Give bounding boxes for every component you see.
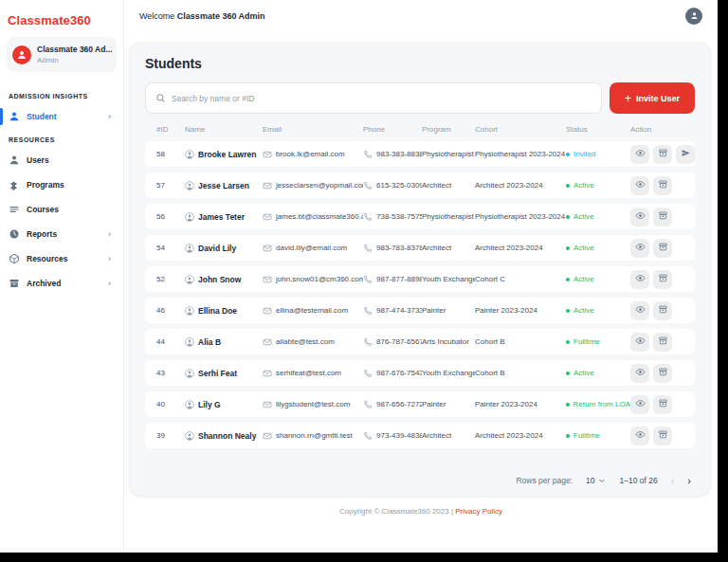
cell-program: Architect [422, 244, 475, 252]
mail-icon [263, 306, 272, 316]
view-button[interactable] [630, 176, 649, 195]
cell-program: Painter [422, 306, 475, 315]
cell-cohort: Physiotherapist 2023-2024 [475, 212, 566, 221]
cell-id: 58 [156, 150, 185, 158]
cell-email: serhifeat@test.com [263, 369, 363, 378]
view-button[interactable] [630, 395, 649, 414]
privacy-policy-link[interactable]: Privacy Policy [455, 507, 502, 516]
table-row: 43Serhi Featserhifeat@test.com987-676-75… [145, 360, 695, 386]
sidebar-item-programs[interactable]: Programs [0, 172, 123, 197]
cell-phone: 983-783-8378 [363, 244, 422, 253]
mail-icon [263, 337, 272, 347]
cell-name: Jesse Larsen [185, 181, 263, 190]
sidebar-item-courses[interactable]: Courses [0, 197, 123, 222]
archive-button[interactable] [653, 176, 672, 195]
view-button[interactable] [630, 239, 649, 258]
cell-phone: 876-787-6567 [363, 337, 422, 347]
column-header-phone: Phone [363, 125, 422, 134]
archive-button[interactable] [653, 364, 672, 383]
status-badge: Return from LOA [566, 400, 630, 408]
status-badge: Active [566, 275, 630, 283]
copyright-text: Copyright © Classmate360 2023 | [339, 507, 455, 516]
archive-icon [658, 428, 668, 443]
phone-icon [363, 275, 373, 284]
cell-name: John Snow [185, 275, 263, 284]
eye-icon [635, 272, 646, 286]
search-input[interactable] [172, 94, 592, 103]
sidebar-item-reports[interactable]: Reports› [0, 222, 123, 246]
student-icon [9, 111, 20, 122]
profile-card[interactable]: Classmate 360 Ad... Admin [7, 37, 117, 72]
cell-name: Brooke Lawren [185, 150, 263, 159]
cell-cohort: Architect 2023-2024 [475, 431, 566, 440]
status-badge: Fulltime [566, 337, 630, 346]
brand-logo: Classmate360 [0, 9, 123, 37]
invite-user-button[interactable]: + Invite User [610, 82, 695, 114]
avatar-circle-icon [185, 337, 194, 347]
chevron-right-icon: › [108, 112, 115, 121]
account-avatar-icon[interactable] [685, 8, 702, 25]
mail-icon [263, 244, 272, 253]
chevron-right-icon: › [108, 279, 115, 288]
archive-button[interactable] [653, 208, 672, 227]
view-button[interactable] [630, 145, 649, 164]
sidebar-item-student[interactable]: Student› [0, 104, 123, 129]
view-button[interactable] [630, 301, 649, 320]
view-button[interactable] [630, 364, 649, 383]
sidebar-item-label: Reports [27, 229, 101, 239]
profile-avatar-icon [12, 45, 31, 64]
cell-actions [630, 176, 691, 195]
cell-email: aliabte@test.com [263, 337, 363, 347]
eye-icon [635, 147, 646, 161]
view-button[interactable] [630, 270, 649, 289]
view-button[interactable] [630, 333, 649, 352]
status-dot-icon [566, 403, 570, 407]
view-button[interactable] [630, 426, 649, 445]
archive-button[interactable] [653, 301, 672, 320]
main-area: Welcome Classmate 360 Admin Students + I… [124, 0, 718, 553]
cell-program: Architect [422, 431, 475, 440]
archive-button[interactable] [653, 395, 672, 414]
avatar-circle-icon [185, 369, 194, 378]
sidebar-item-label: Student [27, 112, 101, 121]
archive-button[interactable] [653, 426, 672, 445]
pagination: Rows per page: 10 1–10 of 26 ‹ › [145, 467, 695, 486]
status-dot-icon [566, 215, 570, 219]
rows-per-page-select[interactable]: 10 [586, 476, 606, 485]
cell-email: ellina@testemail.com [263, 306, 363, 316]
view-button[interactable] [630, 208, 649, 227]
sidebar-item-users[interactable]: Users [0, 148, 123, 172]
status-dot-icon [566, 246, 570, 250]
phone-icon [363, 337, 373, 347]
table-row: 46Ellina Doeellina@testemail.com987-474-… [145, 298, 695, 323]
archive-button[interactable] [653, 270, 672, 289]
avatar-circle-icon [185, 181, 194, 190]
previous-page-button[interactable]: ‹ [671, 475, 675, 486]
table-row: 44Alia Baliabte@test.com876-787-6567Arts… [145, 329, 695, 354]
sidebar-item-resources[interactable]: Resources› [0, 246, 123, 271]
resend-invite-button[interactable] [676, 145, 695, 164]
table-row: 39Shannon Nealyshannon.rn@gmtti.test973-… [145, 423, 695, 448]
profile-role: Admin [37, 56, 113, 64]
cell-phone: 987-656-7272 [363, 400, 422, 409]
cell-actions [630, 426, 691, 445]
column-header-program: Program [422, 125, 475, 134]
sidebar-item-label: Resources [27, 254, 101, 263]
mail-icon [263, 369, 272, 378]
archive-button[interactable] [653, 145, 672, 164]
cell-id: 46 [156, 306, 185, 315]
sidebar-item-archived[interactable]: Archived› [0, 271, 123, 296]
archive-icon [658, 147, 668, 161]
archive-button[interactable] [653, 333, 672, 352]
phone-icon [363, 212, 373, 222]
eye-icon [635, 241, 646, 255]
archive-button[interactable] [653, 239, 672, 258]
reports-icon [9, 228, 20, 240]
welcome-admin-name: Classmate 360 Admin [177, 11, 265, 21]
archive-icon [658, 397, 668, 411]
mail-icon [263, 181, 272, 190]
cell-email: jesseclarsen@yopmail.com [263, 181, 363, 190]
cell-email: david.lily@email.com [263, 244, 363, 253]
table-row: 57Jesse Larsenjesseclarsen@yopmail.com61… [145, 172, 695, 198]
next-page-button[interactable]: › [687, 475, 691, 486]
